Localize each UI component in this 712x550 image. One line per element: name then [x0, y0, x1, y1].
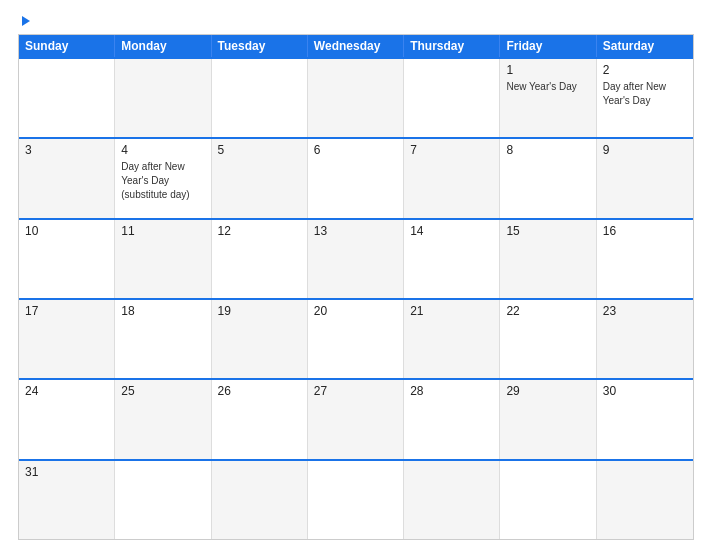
calendar-cell: 21 [404, 300, 500, 378]
calendar-body: 1New Year's Day2Day after New Year's Day… [19, 57, 693, 539]
calendar-cell: 20 [308, 300, 404, 378]
calendar-cell: 31 [19, 461, 115, 539]
day-number: 16 [603, 224, 687, 238]
calendar-cell: 2Day after New Year's Day [597, 59, 693, 137]
day-number: 17 [25, 304, 108, 318]
day-number: 28 [410, 384, 493, 398]
calendar-cell [500, 461, 596, 539]
day-number: 10 [25, 224, 108, 238]
calendar-week-3: 10111213141516 [19, 218, 693, 298]
calendar-header-row: SundayMondayTuesdayWednesdayThursdayFrid… [19, 35, 693, 57]
calendar-cell: 5 [212, 139, 308, 217]
calendar-week-5: 24252627282930 [19, 378, 693, 458]
calendar-cell: 23 [597, 300, 693, 378]
day-number: 3 [25, 143, 108, 157]
calendar-cell: 12 [212, 220, 308, 298]
calendar-cell [19, 59, 115, 137]
calendar-cell [597, 461, 693, 539]
calendar-cell: 24 [19, 380, 115, 458]
day-number: 13 [314, 224, 397, 238]
day-number: 11 [121, 224, 204, 238]
calendar-cell: 16 [597, 220, 693, 298]
weekday-header-sunday: Sunday [19, 35, 115, 57]
calendar-cell: 3 [19, 139, 115, 217]
calendar-cell: 13 [308, 220, 404, 298]
calendar-cell: 19 [212, 300, 308, 378]
weekday-header-saturday: Saturday [597, 35, 693, 57]
day-number: 19 [218, 304, 301, 318]
day-number: 12 [218, 224, 301, 238]
day-number: 26 [218, 384, 301, 398]
weekday-header-tuesday: Tuesday [212, 35, 308, 57]
calendar-week-6: 31 [19, 459, 693, 539]
calendar-cell [308, 59, 404, 137]
weekday-header-wednesday: Wednesday [308, 35, 404, 57]
calendar-cell [404, 461, 500, 539]
day-number: 4 [121, 143, 204, 157]
calendar-week-4: 17181920212223 [19, 298, 693, 378]
day-number: 29 [506, 384, 589, 398]
calendar-cell: 4Day after New Year's Day (substitute da… [115, 139, 211, 217]
weekday-header-monday: Monday [115, 35, 211, 57]
day-number: 5 [218, 143, 301, 157]
day-number: 25 [121, 384, 204, 398]
calendar-cell: 22 [500, 300, 596, 378]
day-number: 31 [25, 465, 108, 479]
calendar-cell: 1New Year's Day [500, 59, 596, 137]
day-number: 15 [506, 224, 589, 238]
event-label: New Year's Day [506, 81, 576, 92]
calendar-cell: 17 [19, 300, 115, 378]
logo-triangle-icon [22, 16, 30, 26]
calendar-cell: 15 [500, 220, 596, 298]
calendar-cell: 11 [115, 220, 211, 298]
day-number: 27 [314, 384, 397, 398]
day-number: 30 [603, 384, 687, 398]
calendar-cell: 30 [597, 380, 693, 458]
event-label: Day after New Year's Day (substitute day… [121, 161, 189, 200]
header [18, 16, 694, 26]
calendar-cell [115, 461, 211, 539]
day-number: 14 [410, 224, 493, 238]
calendar-week-2: 34Day after New Year's Day (substitute d… [19, 137, 693, 217]
page: SundayMondayTuesdayWednesdayThursdayFrid… [0, 0, 712, 550]
calendar-cell: 10 [19, 220, 115, 298]
weekday-header-friday: Friday [500, 35, 596, 57]
day-number: 22 [506, 304, 589, 318]
calendar-cell: 28 [404, 380, 500, 458]
day-number: 18 [121, 304, 204, 318]
day-number: 6 [314, 143, 397, 157]
event-label: Day after New Year's Day [603, 81, 666, 106]
day-number: 23 [603, 304, 687, 318]
day-number: 9 [603, 143, 687, 157]
calendar-cell: 29 [500, 380, 596, 458]
day-number: 2 [603, 63, 687, 77]
calendar-cell: 8 [500, 139, 596, 217]
calendar-cell: 18 [115, 300, 211, 378]
calendar-cell: 7 [404, 139, 500, 217]
calendar: SundayMondayTuesdayWednesdayThursdayFrid… [18, 34, 694, 540]
calendar-cell: 25 [115, 380, 211, 458]
calendar-cell: 6 [308, 139, 404, 217]
day-number: 7 [410, 143, 493, 157]
calendar-week-1: 1New Year's Day2Day after New Year's Day [19, 57, 693, 137]
calendar-cell: 27 [308, 380, 404, 458]
day-number: 24 [25, 384, 108, 398]
calendar-cell: 26 [212, 380, 308, 458]
calendar-cell [212, 461, 308, 539]
day-number: 21 [410, 304, 493, 318]
logo [18, 16, 30, 26]
calendar-cell [308, 461, 404, 539]
weekday-header-thursday: Thursday [404, 35, 500, 57]
day-number: 1 [506, 63, 589, 77]
calendar-cell: 14 [404, 220, 500, 298]
day-number: 20 [314, 304, 397, 318]
day-number: 8 [506, 143, 589, 157]
calendar-cell [115, 59, 211, 137]
calendar-cell [404, 59, 500, 137]
calendar-cell: 9 [597, 139, 693, 217]
calendar-cell [212, 59, 308, 137]
